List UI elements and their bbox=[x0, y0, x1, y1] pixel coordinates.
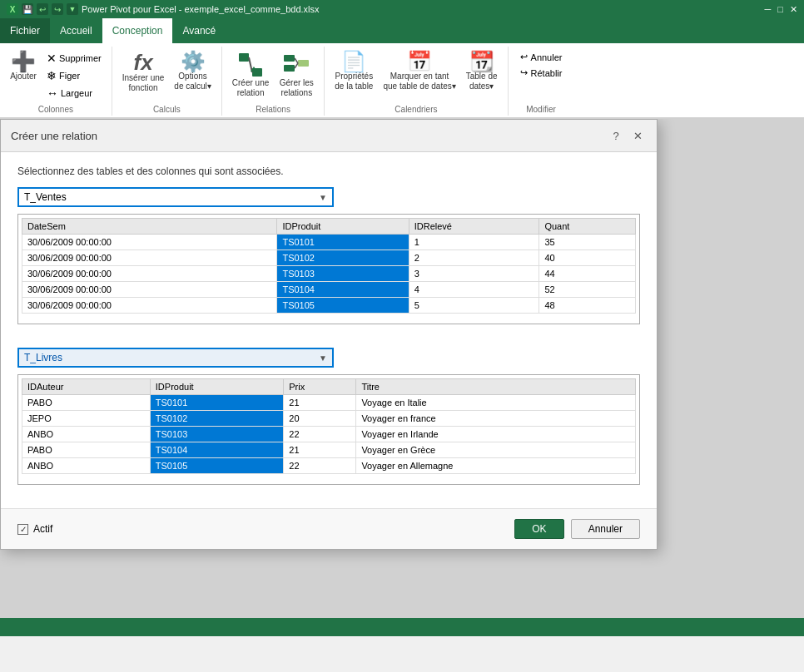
tab-avance[interactable]: Avancé bbox=[172, 18, 226, 43]
ribbon-content: ➕ Ajouter ✕ Supprimer ❄ Figer ↔ Largeur bbox=[0, 43, 804, 118]
creer-relation-dialog: Créer une relation ? ✕ Sélectionnez des … bbox=[0, 119, 658, 550]
dialog-subtitle: Sélectionnez des tables et des colonnes … bbox=[17, 166, 640, 177]
close-btn[interactable]: ✕ bbox=[790, 4, 797, 15]
ajouter-button[interactable]: ➕ Ajouter bbox=[7, 50, 40, 83]
figer-button[interactable]: ❄ Figer bbox=[43, 67, 105, 84]
svg-rect-0 bbox=[239, 53, 249, 62]
creer-relation-button[interactable]: Créer unerelation bbox=[229, 50, 272, 100]
bottom-dropdown-arrow: ▼ bbox=[319, 353, 327, 363]
gerer-relations-button[interactable]: Gérer lesrelations bbox=[275, 50, 317, 100]
group-calendriers-label: Calendriers bbox=[395, 103, 437, 114]
modifier-buttons: ↩ Annuler ↪ Rétablir bbox=[515, 50, 568, 80]
proprietes-table-label: Propriétésde la table bbox=[335, 72, 373, 91]
table-dates-icon: 📆 bbox=[469, 52, 494, 72]
cell-idauteur: PABO bbox=[22, 442, 151, 458]
bottom-col-idproduit[interactable]: IDProduit bbox=[150, 379, 283, 395]
svg-rect-4 bbox=[284, 55, 295, 62]
dialog-body: Sélectionnez des tables et des colonnes … bbox=[1, 152, 657, 508]
options-calcul-button[interactable]: ⚙️ Optionsde calcul▾ bbox=[171, 50, 214, 93]
group-colonnes: ➕ Ajouter ✕ Supprimer ❄ Figer ↔ Largeur bbox=[0, 47, 112, 116]
window-controls[interactable]: ─ □ ✕ bbox=[765, 4, 797, 15]
tab-accueil[interactable]: Accueil bbox=[50, 18, 102, 43]
dialog-close-button[interactable]: ✕ bbox=[628, 126, 647, 145]
main-content: T_Livres IDProduit Titre IDAuteur Prix T… bbox=[0, 119, 804, 618]
table-row[interactable]: JEPO TS0102 20 Voyager en france bbox=[22, 411, 636, 427]
supprimer-label: Supprimer bbox=[59, 53, 102, 63]
dialog-controls: ? ✕ bbox=[607, 126, 647, 145]
annuler-button[interactable]: ↩ Annuler bbox=[515, 50, 568, 64]
table-dates-button[interactable]: 📆 Table dedates▾ bbox=[463, 50, 501, 93]
options-calcul-label: Optionsde calcul▾ bbox=[174, 72, 211, 91]
table-row[interactable]: PABO TS0101 21 Voyage en Italie bbox=[22, 395, 636, 411]
top-table-dropdown[interactable]: T_Ventes ▼ bbox=[17, 187, 334, 207]
cell-idproduit: TS0105 bbox=[277, 298, 409, 314]
dialog-footer: Actif OK Annuler bbox=[1, 508, 657, 549]
largeur-label: Largeur bbox=[61, 88, 92, 98]
figer-icon: ❄ bbox=[47, 69, 57, 82]
top-col-idproduit[interactable]: IDProduit bbox=[277, 219, 409, 235]
tab-conception[interactable]: Conception bbox=[102, 18, 173, 43]
minimize-btn[interactable]: ─ bbox=[765, 4, 772, 15]
supprimer-icon: ✕ bbox=[47, 52, 57, 65]
redo-icon[interactable]: ↪ bbox=[52, 3, 63, 15]
app-icon[interactable]: X bbox=[7, 3, 18, 15]
table-row[interactable]: 30/06/2009 00:00:00 TS0101 1 35 bbox=[22, 235, 636, 250]
cancel-button[interactable]: Annuler bbox=[571, 519, 640, 539]
proprietes-table-button[interactable]: 📄 Propriétésde la table bbox=[331, 50, 376, 93]
cell-titre: Voyage en Italie bbox=[356, 395, 636, 411]
table-row[interactable]: PABO TS0104 21 Voyager en Grèce bbox=[22, 442, 636, 458]
actif-checkbox[interactable] bbox=[17, 524, 28, 535]
cell-datesem: 30/06/2009 00:00:00 bbox=[22, 298, 277, 314]
dropdown-icon[interactable]: ▼ bbox=[67, 3, 78, 15]
table-row[interactable]: ANBO TS0105 22 Voyager en Allemagne bbox=[22, 458, 636, 474]
cell-idauteur: ANBO bbox=[22, 458, 151, 474]
cell-prix: 20 bbox=[284, 411, 356, 427]
cell-idreleve: 4 bbox=[409, 282, 539, 298]
bottom-table-wrapper: IDAuteur IDProduit Prix Titre PABO TS010… bbox=[17, 374, 640, 485]
dialog-help-button[interactable]: ? bbox=[607, 126, 625, 145]
group-modifier-label: Modifier bbox=[526, 103, 556, 114]
retablir-label: Rétablir bbox=[531, 68, 563, 78]
cell-idproduit: TS0104 bbox=[277, 282, 409, 298]
title-bar-left: X 💾 ↩ ↪ ▼ Power Pivot pour Excel - exemp… bbox=[7, 3, 320, 15]
status-bar bbox=[0, 618, 804, 636]
top-table-dropdown-row: T_Ventes ▼ bbox=[17, 187, 640, 207]
table-row[interactable]: 30/06/2009 00:00:00 TS0104 4 52 bbox=[22, 282, 636, 298]
footer-left: Actif bbox=[17, 523, 52, 535]
creer-relation-label: Créer unerelation bbox=[232, 78, 269, 98]
retablir-button[interactable]: ↪ Rétablir bbox=[515, 66, 568, 80]
table-row[interactable]: 30/06/2009 00:00:00 TS0102 2 40 bbox=[22, 250, 636, 266]
cell-idproduit: TS0103 bbox=[277, 266, 409, 282]
cell-prix: 21 bbox=[284, 395, 356, 411]
marquer-table-dates-button[interactable]: 📅 Marquer en tantque table de dates▾ bbox=[380, 50, 459, 93]
group-modifier: ↩ Annuler ↪ Rétablir Modifier bbox=[509, 47, 574, 116]
bottom-data-table: IDAuteur IDProduit Prix Titre PABO TS010… bbox=[22, 378, 636, 474]
bottom-col-prix: Prix bbox=[284, 379, 356, 395]
title-bar: X 💾 ↩ ↪ ▼ Power Pivot pour Excel - exemp… bbox=[0, 0, 804, 18]
save-icon[interactable]: 💾 bbox=[22, 3, 33, 15]
largeur-button[interactable]: ↔ Largeur bbox=[43, 85, 105, 101]
table-row[interactable]: ANBO TS0103 22 Voyager en Irlande bbox=[22, 427, 636, 442]
maximize-btn[interactable]: □ bbox=[777, 4, 783, 15]
cell-idproduit: TS0101 bbox=[277, 235, 409, 250]
cell-datesem: 30/06/2009 00:00:00 bbox=[22, 235, 277, 250]
tab-fichier[interactable]: Fichier bbox=[0, 18, 50, 43]
options-calcul-icon: ⚙️ bbox=[181, 52, 206, 72]
cell-titre: Voyager en Grèce bbox=[356, 442, 636, 458]
cell-idreleve: 1 bbox=[409, 235, 539, 250]
table-row[interactable]: 30/06/2009 00:00:00 TS0103 3 44 bbox=[22, 266, 636, 282]
undo-icon[interactable]: ↩ bbox=[37, 3, 48, 15]
group-relations: Créer unerelation Gérer lesrelations bbox=[222, 47, 325, 116]
cell-idproduit: TS0103 bbox=[150, 427, 283, 442]
ribbon: Fichier Accueil Conception Avancé ➕ Ajou… bbox=[0, 18, 804, 119]
supprimer-button[interactable]: ✕ Supprimer bbox=[43, 50, 105, 67]
cell-idproduit: TS0104 bbox=[150, 442, 283, 458]
actif-label: Actif bbox=[33, 523, 52, 535]
inserer-fonction-button[interactable]: fx Insérer unefonction bbox=[119, 50, 168, 95]
group-calculs-label: Calculs bbox=[153, 103, 181, 114]
ok-button[interactable]: OK bbox=[514, 519, 563, 539]
table-row[interactable]: 30/06/2009 00:00:00 TS0105 5 48 bbox=[22, 298, 636, 314]
section-separator bbox=[17, 334, 640, 348]
figer-label: Figer bbox=[59, 71, 80, 81]
bottom-table-dropdown[interactable]: T_Livres ▼ bbox=[17, 348, 334, 368]
